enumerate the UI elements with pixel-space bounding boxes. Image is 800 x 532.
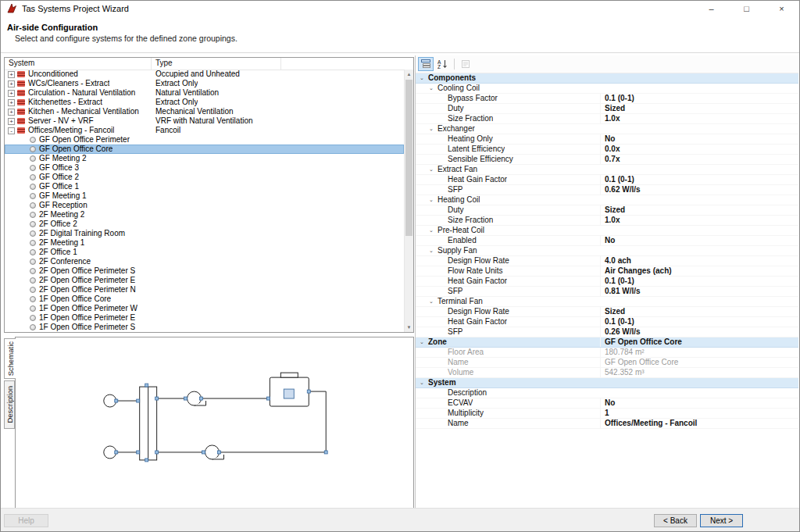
tab-description[interactable]: Description bbox=[4, 380, 15, 429]
grid-group-heating-coil[interactable]: ⌄Heating Coil bbox=[416, 195, 798, 205]
tree-row-zone[interactable]: 1F Open Office Perimeter W bbox=[5, 304, 404, 313]
expand-icon[interactable]: + bbox=[8, 90, 15, 97]
next-button[interactable]: Next > bbox=[700, 514, 743, 527]
grid-property-row[interactable]: Description bbox=[416, 388, 798, 398]
property-value[interactable]: Sized bbox=[600, 104, 798, 113]
categorized-view-button[interactable] bbox=[418, 57, 434, 71]
tree-row-zone[interactable]: GF Open Office Perimeter bbox=[5, 135, 404, 145]
tree-row-zone[interactable]: 2F Open Office Perimeter N bbox=[5, 285, 404, 295]
sort-alphabetical-button[interactable]: AZ bbox=[434, 57, 450, 71]
property-value[interactable]: 1.0x bbox=[600, 216, 798, 225]
grid-property-row[interactable]: DutySized bbox=[416, 104, 798, 114]
property-value[interactable]: Air Changes (ach) bbox=[600, 266, 798, 276]
property-value[interactable]: 0.7x bbox=[600, 155, 798, 164]
tree-row-zone[interactable]: 2F Conference bbox=[5, 257, 404, 266]
property-value[interactable]: 0.81 W/l/s bbox=[600, 287, 798, 296]
tree-row-zone[interactable]: GF Reception bbox=[5, 201, 404, 210]
property-value[interactable]: 0.1 (0-1) bbox=[600, 317, 798, 327]
tree-row-system[interactable]: +Circulation - Natural VentilationNatura… bbox=[5, 88, 404, 98]
property-value[interactable]: No bbox=[600, 134, 798, 144]
tree-row-zone-selected[interactable]: GF Open Office Core bbox=[5, 145, 404, 154]
tree-row-zone[interactable]: 2F Open Office Perimeter S bbox=[5, 266, 404, 276]
tree-row-zone[interactable]: 1F Open Office Perimeter S bbox=[5, 323, 404, 332]
tree-row-zone[interactable]: 2F Open Office Perimeter E bbox=[5, 276, 404, 285]
tree-row-system[interactable]: +Kitchen - Mechanical VentilationMechani… bbox=[5, 107, 404, 116]
grid-category-components[interactable]: ⌄Components bbox=[416, 73, 798, 84]
grid-category-system[interactable]: ⌄System bbox=[416, 378, 798, 388]
scroll-down-icon[interactable]: ▼ bbox=[405, 323, 413, 332]
tree-row-system[interactable]: +Kitchenettes - ExtractExtract Only bbox=[5, 98, 404, 107]
grid-property-row[interactable]: DutySized bbox=[416, 205, 798, 216]
tree-row-zone[interactable]: 2F Meeting 2 bbox=[5, 210, 404, 220]
tree-row-zone[interactable]: 1F Open Office Core bbox=[5, 295, 404, 304]
property-value[interactable]: 0.1 (0-1) bbox=[600, 94, 798, 103]
tree-row-zone[interactable]: 2F Meeting 1 bbox=[5, 238, 404, 248]
grid-property-row[interactable]: SFP0.26 W/l/s bbox=[416, 327, 798, 337]
grid-group-pre-heat-coil[interactable]: ⌄Pre-Heat Coil bbox=[416, 226, 798, 236]
scroll-up-icon[interactable]: ▲ bbox=[405, 70, 413, 79]
tree-row-zone[interactable]: 2F Office 1 bbox=[5, 248, 404, 257]
back-button[interactable]: < Back bbox=[654, 514, 697, 527]
grid-group-supply-fan[interactable]: ⌄Supply Fan bbox=[416, 246, 798, 256]
grid-property-row[interactable]: Heat Gain Factor0.1 (0-1) bbox=[416, 175, 798, 185]
grid-property-row-readonly[interactable]: Floor Area180.784 m² bbox=[416, 348, 798, 358]
tree-row-zone[interactable]: 1F Open Office Perimeter E bbox=[5, 313, 404, 323]
tree-row-system[interactable]: +WCs/Cleaners - ExtractExtract Only bbox=[5, 79, 404, 88]
grid-property-row[interactable]: Latent Efficiency0.0x bbox=[416, 145, 798, 155]
tree-row-zone[interactable]: 2F Office 2 bbox=[5, 220, 404, 229]
collapse-icon[interactable]: - bbox=[8, 127, 15, 134]
column-header-system[interactable]: System bbox=[5, 58, 152, 70]
grid-property-row[interactable]: NameOffices/Meeting - Fancoil bbox=[416, 419, 798, 429]
tree-row-zone[interactable]: 2F Digital Training Room bbox=[5, 229, 404, 238]
expand-icon[interactable]: + bbox=[8, 99, 15, 106]
grid-group-exchanger[interactable]: ⌄Exchanger bbox=[416, 124, 798, 134]
property-value[interactable]: Sized bbox=[600, 307, 798, 316]
property-value[interactable]: Offices/Meeting - Fancoil bbox=[600, 419, 798, 428]
grid-property-row[interactable]: Size Fraction1.0x bbox=[416, 216, 798, 226]
column-header-type[interactable]: Type bbox=[152, 58, 281, 70]
grid-property-row[interactable]: EnabledNo bbox=[416, 236, 798, 246]
grid-property-row[interactable]: Sensible Efficiency0.7x bbox=[416, 155, 798, 165]
grid-property-row[interactable]: Size Fraction1.0x bbox=[416, 114, 798, 124]
minimize-button[interactable]: – bbox=[694, 1, 729, 16]
tree-row-zone[interactable]: GF Meeting 1 bbox=[5, 191, 404, 201]
grid-property-row[interactable]: SFP0.62 W/l/s bbox=[416, 185, 798, 195]
grid-group-extract-fan[interactable]: ⌄Extract Fan bbox=[416, 165, 798, 175]
grid-property-row[interactable]: Heat Gain Factor0.1 (0-1) bbox=[416, 277, 798, 287]
tree-row-zone[interactable]: GF Office 1 bbox=[5, 182, 404, 191]
grid-group-cooling-coil[interactable]: ⌄Cooling Coil bbox=[416, 84, 798, 94]
grid-property-row[interactable]: Design Flow RateSized bbox=[416, 307, 798, 317]
property-value[interactable]: 0.62 W/l/s bbox=[600, 185, 798, 195]
tree-row-zone[interactable]: GF Meeting 2 bbox=[5, 154, 404, 163]
expand-icon[interactable]: + bbox=[8, 71, 15, 78]
grid-property-row-readonly[interactable]: NameGF Open Office Core bbox=[416, 358, 798, 368]
tree-scrollbar[interactable]: ▲ ▼ bbox=[404, 70, 413, 332]
grid-property-row[interactable]: Flow Rate UnitsAir Changes (ach) bbox=[416, 266, 798, 277]
property-value[interactable]: 0.0x bbox=[600, 145, 798, 154]
grid-group-terminal-fan[interactable]: ⌄Terminal Fan bbox=[416, 297, 798, 307]
grid-property-row[interactable]: ECVAVNo bbox=[416, 398, 798, 409]
tab-schematic[interactable]: Schematic bbox=[4, 338, 16, 379]
grid-property-row[interactable]: Design Flow Rate4.0 ach bbox=[416, 256, 798, 266]
tree-row-zone[interactable]: GF Office 3 bbox=[5, 163, 404, 173]
expand-icon[interactable]: + bbox=[8, 118, 15, 125]
maximize-button[interactable]: □ bbox=[729, 1, 764, 16]
expand-icon[interactable]: + bbox=[8, 80, 15, 87]
grid-property-row[interactable]: Bypass Factor0.1 (0-1) bbox=[416, 94, 798, 104]
tree-row-zone[interactable]: GF Office 2 bbox=[5, 173, 404, 182]
property-value[interactable]: Sized bbox=[600, 205, 798, 215]
tree-row-system[interactable]: +UnconditionedOccupied and Unheated bbox=[5, 70, 404, 79]
property-value[interactable]: 1.0x bbox=[600, 114, 798, 123]
close-button[interactable]: × bbox=[764, 1, 799, 16]
grid-property-row[interactable]: Multiplicity1 bbox=[416, 409, 798, 419]
property-value[interactable]: 0.26 W/l/s bbox=[600, 327, 798, 337]
scrollbar-thumb[interactable] bbox=[405, 80, 412, 236]
property-value[interactable]: No bbox=[600, 398, 798, 408]
tree-row-system[interactable]: +Server - NV + VRFVRF with Natural Venti… bbox=[5, 116, 404, 126]
property-value[interactable]: No bbox=[600, 236, 798, 245]
grid-property-row[interactable]: SFP0.81 W/l/s bbox=[416, 287, 798, 297]
expand-icon[interactable]: + bbox=[8, 109, 15, 116]
property-value[interactable]: 1 bbox=[600, 409, 798, 418]
tree-row-system[interactable]: -Offices/Meeting - FancoilFancoil bbox=[5, 126, 404, 135]
grid-property-row[interactable]: Heating OnlyNo bbox=[416, 134, 798, 145]
